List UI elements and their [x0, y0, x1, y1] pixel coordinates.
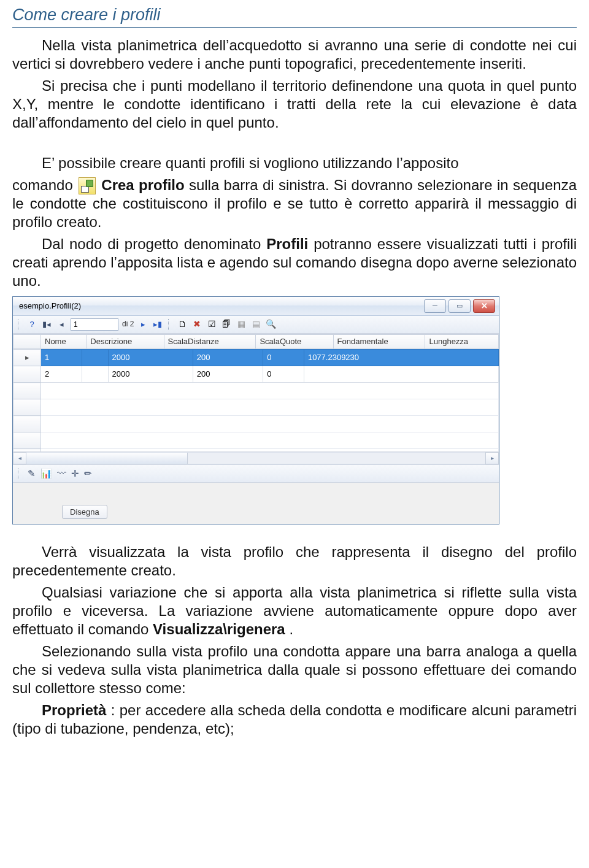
first-record-icon[interactable]: ▮◂: [41, 318, 52, 331]
paragraph-3: comando Crea profilo sulla barra di sini…: [12, 176, 577, 231]
page-of-label: di 2: [122, 320, 134, 329]
tool-icon-marker[interactable]: ✛: [71, 468, 79, 480]
copy-icon[interactable]: 🗐: [221, 319, 232, 330]
cell-lunghezza[interactable]: 1077.2309230: [304, 350, 498, 366]
cell-scaladistanze[interactable]: 2000: [108, 350, 193, 366]
action-icon-1[interactable]: ▦: [236, 319, 247, 330]
tool-icon-pencil[interactable]: ✏: [84, 468, 92, 480]
toolbar-sep-1: [168, 319, 172, 330]
paragraph-6: Qualsiasi variazione che si apporta alla…: [12, 583, 577, 639]
paragraph-2: E’ possibile creare quanti profili si vo…: [12, 154, 577, 172]
cell-scalaquote[interactable]: 200: [193, 350, 263, 366]
paragraph-4-bold: Profili: [266, 236, 308, 252]
paragraph-3-rest: sulla barra di sinistra. Si dovranno sel…: [12, 177, 577, 230]
cell-nome[interactable]: 1: [41, 350, 82, 366]
col-fondamentale[interactable]: Fondamentale: [333, 334, 425, 348]
paragraph-6-bold: Visualizza\rigenera: [153, 621, 285, 637]
cell-lunghezza[interactable]: [304, 366, 498, 383]
section-heading: Come creare i profili: [12, 5, 577, 28]
paragraph-4: Dal nodo di progetto denominato Profili …: [12, 235, 577, 290]
paragraph-4-pre: Dal nodo di progetto denominato: [42, 236, 266, 252]
minimize-button[interactable]: ─: [424, 299, 446, 313]
col-descrizione[interactable]: Descrizione: [87, 334, 164, 348]
window-buttons: ─ ▭ ✕: [424, 299, 495, 313]
close-button[interactable]: ✕: [473, 299, 495, 313]
cell-scaladistanze[interactable]: 2000: [108, 366, 193, 383]
crea-profilo-icon: [79, 177, 96, 194]
tool-icon-1[interactable]: ✎: [28, 468, 36, 480]
scroll-thumb[interactable]: [26, 453, 188, 464]
window-spacer: [13, 483, 499, 505]
scroll-right-icon[interactable]: ▸: [485, 452, 499, 464]
horizontal-scrollbar[interactable]: ◂ ▸: [13, 451, 499, 464]
maximize-button[interactable]: ▭: [448, 299, 471, 313]
col-scaladistanze[interactable]: ScalaDistanze: [164, 334, 256, 348]
paragraph-3-bold: Crea profilo: [101, 177, 184, 193]
cell-fondamentale[interactable]: 0: [263, 350, 304, 366]
col-lunghezza[interactable]: Lunghezza: [425, 334, 499, 348]
delete-icon[interactable]: ✖: [191, 319, 202, 330]
paragraph-3-prefix: comando: [12, 177, 77, 193]
prev-record-icon[interactable]: ◂: [56, 318, 67, 331]
paragraph-1b: Si precisa che i punti modellano il terr…: [12, 77, 577, 132]
tool-icon-profile[interactable]: 〰: [57, 468, 66, 480]
grid: Nome Descrizione ScalaDistanze ScalaQuot…: [13, 334, 499, 464]
cell-descrizione[interactable]: [82, 366, 108, 383]
window-title: esempio.Profili(2): [19, 301, 81, 311]
paragraph-7: Selezionando sulla vista profilo una con…: [12, 642, 577, 697]
paragraph-8: Proprietà : per accedere alla scheda del…: [12, 701, 577, 738]
cell-fondamentale[interactable]: 0: [263, 366, 304, 383]
cell-scalaquote[interactable]: 200: [193, 366, 263, 383]
row-indicator-icon: ▸: [13, 350, 41, 366]
row-indicator: [13, 366, 41, 383]
properties-icon[interactable]: ☑: [206, 319, 217, 330]
toolbar: ? ▮◂ ◂ di 2 ▸ ▸▮ 🗋 ✖ ☑ 🗐 ▦ ▤ 🔍: [13, 316, 499, 334]
scroll-left-icon[interactable]: ◂: [13, 452, 26, 464]
paragraph-1a: Nella vista planimetrica dell’acquedotto…: [12, 36, 577, 73]
col-scalaquote[interactable]: ScalaQuote: [256, 334, 333, 348]
cell-nome[interactable]: 2: [41, 366, 82, 383]
tool-icon-chart[interactable]: 📊: [40, 468, 52, 480]
bottom-grip: [18, 468, 21, 479]
row-header-blank: [13, 334, 41, 348]
titlebar: esempio.Profili(2) ─ ▭ ✕: [13, 297, 499, 316]
cell-descrizione[interactable]: [82, 350, 108, 366]
table-row[interactable]: ▸ 1 2000 200 0 1077.2309230: [13, 350, 499, 366]
disegna-area: Disegna: [13, 505, 499, 524]
last-record-icon[interactable]: ▸▮: [152, 318, 163, 331]
help-icon[interactable]: ?: [26, 318, 37, 331]
disegna-button[interactable]: Disegna: [62, 505, 107, 519]
next-record-icon[interactable]: ▸: [137, 318, 148, 331]
paragraph-5: Verrà visualizzata la vista profilo che …: [12, 543, 577, 580]
paragraph-8-bold: Proprietà: [42, 702, 106, 718]
toolbar-grip: [18, 319, 21, 330]
page-input[interactable]: [71, 318, 118, 331]
paragraph-6-post: .: [289, 621, 293, 637]
scroll-track[interactable]: [26, 452, 485, 464]
table-row[interactable]: 2 2000 200 0: [13, 366, 499, 383]
profili-window: esempio.Profili(2) ─ ▭ ✕ ? ▮◂ ◂ di 2 ▸ ▸…: [12, 296, 499, 524]
bottom-toolbar: ✎ 📊 〰 ✛ ✏: [13, 464, 499, 483]
paragraph-6-pre: Qualsiasi variazione che si apporta alla…: [12, 584, 577, 637]
new-doc-icon[interactable]: 🗋: [177, 319, 188, 330]
find-icon[interactable]: 🔍: [265, 319, 276, 330]
grid-body: ▸ 1 2000 200 0 1077.2309230 2 2000 200: [13, 349, 499, 451]
grid-header-row: Nome Descrizione ScalaDistanze ScalaQuot…: [13, 334, 499, 348]
action-icon-2[interactable]: ▤: [250, 319, 261, 330]
col-nome[interactable]: Nome: [41, 334, 87, 348]
